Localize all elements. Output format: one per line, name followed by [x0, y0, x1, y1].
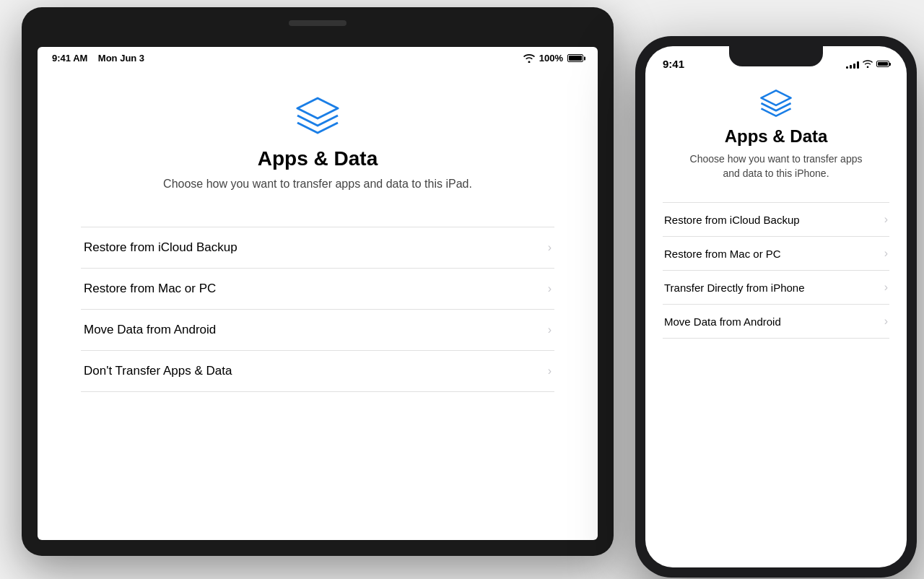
- iphone-time: 9:41: [663, 58, 684, 70]
- iphone-menu-item-2-label: Restore from Mac or PC: [664, 248, 781, 260]
- iphone-screen: 9:41: [645, 46, 907, 567]
- wifi-icon: [523, 54, 535, 63]
- ipad-time-text: 9:41 AM: [52, 53, 87, 64]
- chevron-icon-1: ›: [548, 241, 552, 254]
- iphone-chevron-3: ›: [884, 281, 888, 294]
- chevron-icon-2: ›: [548, 282, 552, 295]
- iphone-menu-item-2[interactable]: Restore from Mac or PC ›: [663, 236, 889, 270]
- iphone-menu-item-1-label: Restore from iCloud Backup: [664, 214, 800, 226]
- ipad-menu-item-4[interactable]: Don't Transfer Apps & Data ›: [81, 350, 554, 392]
- iphone-menu-item-4[interactable]: Move Data from Android ›: [663, 304, 889, 339]
- chevron-icon-3: ›: [548, 323, 552, 336]
- ipad-menu-item-3[interactable]: Move Data from Android ›: [81, 309, 554, 350]
- iphone-chevron-1: ›: [884, 213, 888, 226]
- ipad-status-bar: 9:41 AM Mon Jun 3 100%: [38, 47, 598, 68]
- iphone-chevron-4: ›: [884, 315, 888, 328]
- ipad-status-icons: 100%: [523, 53, 583, 64]
- apps-data-icon-small: [760, 89, 792, 118]
- signal-bar-2: [850, 65, 852, 69]
- ipad-device: 9:41 AM Mon Jun 3 100%: [22, 7, 614, 570]
- ipad-menu-item-4-label: Don't Transfer Apps & Data: [84, 364, 232, 378]
- ipad-frame: 9:41 AM Mon Jun 3 100%: [22, 7, 614, 556]
- signal-icon: [846, 60, 859, 69]
- iphone-notch: [729, 46, 823, 66]
- ipad-battery-percent: 100%: [539, 53, 563, 64]
- iphone-menu-item-3-label: Transfer Directly from iPhone: [664, 282, 805, 294]
- iphone-content: Apps & Data Choose how you want to trans…: [645, 74, 907, 567]
- ipad-menu-list: Restore from iCloud Backup › Restore fro…: [81, 227, 554, 392]
- apps-data-icon-large: [296, 97, 339, 134]
- iphone-wifi-icon: [863, 60, 873, 68]
- iphone-menu-item-3[interactable]: Transfer Directly from iPhone ›: [663, 270, 889, 304]
- ipad-screen: 9:41 AM Mon Jun 3 100%: [38, 47, 598, 540]
- ipad-content: Apps & Data Choose how you want to trans…: [38, 68, 598, 540]
- iphone-battery-icon: [876, 61, 889, 67]
- ipad-menu-item-1[interactable]: Restore from iCloud Backup ›: [81, 227, 554, 268]
- ipad-page-subtitle: Choose how you want to transfer apps and…: [163, 178, 472, 191]
- ipad-menu-item-3-label: Move Data from Android: [84, 323, 216, 337]
- iphone-status-icons: [846, 60, 889, 69]
- ipad-page-title: Apps & Data: [258, 147, 378, 170]
- ipad-menu-item-1-label: Restore from iCloud Backup: [84, 240, 237, 255]
- ipad-menu-item-2-label: Restore from Mac or PC: [84, 282, 216, 296]
- ipad-time: 9:41 AM Mon Jun 3: [52, 53, 144, 64]
- signal-bar-4: [857, 61, 859, 69]
- signal-bar-1: [846, 66, 848, 69]
- iphone-device: 9:41: [635, 36, 917, 578]
- iphone-chevron-2: ›: [884, 247, 888, 260]
- iphone-page-title: Apps & Data: [725, 126, 828, 147]
- iphone-menu-item-4-label: Move Data from Android: [664, 315, 781, 328]
- ipad-battery-icon: [567, 54, 583, 62]
- iphone-page-subtitle: Choose how you want to transfer apps and…: [682, 152, 870, 180]
- chevron-icon-4: ›: [548, 365, 552, 378]
- ipad-menu-item-2[interactable]: Restore from Mac or PC ›: [81, 268, 554, 309]
- iphone-menu-list: Restore from iCloud Backup › Restore fro…: [663, 202, 889, 339]
- signal-bar-3: [853, 64, 855, 69]
- iphone-frame: 9:41: [635, 36, 917, 578]
- iphone-menu-item-1[interactable]: Restore from iCloud Backup ›: [663, 202, 889, 236]
- ipad-date-text: Mon Jun 3: [98, 53, 144, 64]
